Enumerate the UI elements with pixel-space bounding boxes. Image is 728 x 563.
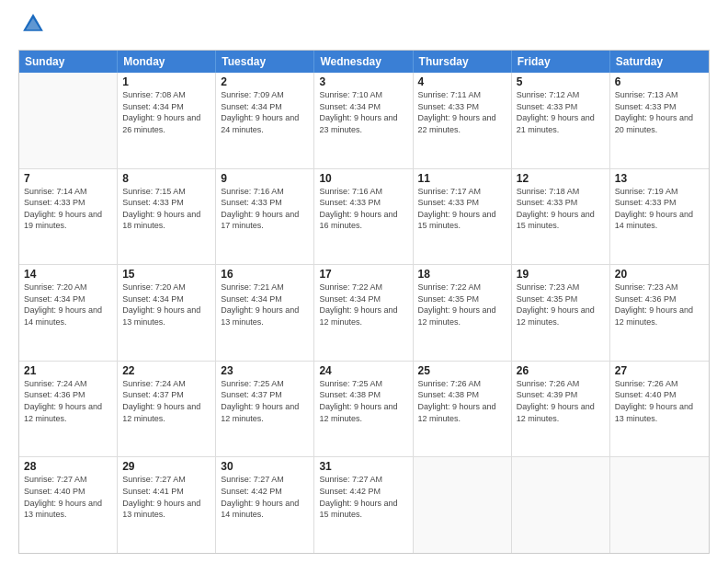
calendar-cell: 9Sunrise: 7:16 AMSunset: 4:33 PMDaylight…	[216, 169, 314, 265]
day-number: 1	[122, 75, 210, 88]
calendar-cell: 17Sunrise: 7:22 AMSunset: 4:34 PMDayligh…	[314, 265, 413, 361]
calendar-cell: 30Sunrise: 7:27 AMSunset: 4:42 PMDayligh…	[216, 457, 314, 553]
cell-info: Sunrise: 7:19 AMSunset: 4:33 PMDaylight:…	[615, 186, 704, 232]
calendar-cell	[610, 457, 709, 553]
cell-info: Sunrise: 7:16 AMSunset: 4:33 PMDaylight:…	[319, 186, 407, 232]
logo-icon	[20, 11, 46, 37]
cell-info: Sunrise: 7:23 AMSunset: 4:36 PMDaylight:…	[615, 282, 704, 327]
header	[18, 15, 710, 40]
calendar-row-4: 28Sunrise: 7:27 AMSunset: 4:40 PMDayligh…	[19, 456, 709, 553]
cell-info: Sunrise: 7:15 AMSunset: 4:33 PMDaylight:…	[122, 186, 210, 232]
cell-info: Sunrise: 7:20 AMSunset: 4:34 PMDaylight:…	[24, 282, 112, 327]
cell-info: Sunrise: 7:27 AMSunset: 4:42 PMDaylight:…	[319, 474, 407, 520]
day-number: 10	[319, 172, 407, 185]
day-number: 20	[615, 268, 704, 281]
cell-info: Sunrise: 7:26 AMSunset: 4:38 PMDaylight:…	[418, 378, 506, 424]
day-number: 14	[24, 268, 112, 281]
calendar-cell	[19, 73, 118, 168]
calendar-cell: 3Sunrise: 7:10 AMSunset: 4:34 PMDaylight…	[314, 73, 413, 168]
cell-info: Sunrise: 7:26 AMSunset: 4:40 PMDaylight:…	[615, 378, 704, 424]
calendar-cell: 21Sunrise: 7:24 AMSunset: 4:36 PMDayligh…	[19, 362, 118, 457]
cell-info: Sunrise: 7:09 AMSunset: 4:34 PMDaylight:…	[221, 89, 309, 135]
cell-info: Sunrise: 7:10 AMSunset: 4:34 PMDaylight:…	[319, 89, 407, 135]
cell-info: Sunrise: 7:12 AMSunset: 4:33 PMDaylight:…	[517, 89, 605, 135]
calendar-row-2: 14Sunrise: 7:20 AMSunset: 4:34 PMDayligh…	[19, 264, 709, 361]
calendar-cell: 23Sunrise: 7:25 AMSunset: 4:37 PMDayligh…	[216, 362, 314, 457]
calendar-row-3: 21Sunrise: 7:24 AMSunset: 4:36 PMDayligh…	[19, 361, 709, 457]
calendar-cell: 31Sunrise: 7:27 AMSunset: 4:42 PMDayligh…	[314, 457, 413, 553]
calendar-cell: 5Sunrise: 7:12 AMSunset: 4:33 PMDaylight…	[512, 73, 610, 168]
day-number: 4	[418, 75, 506, 88]
day-number: 2	[221, 75, 309, 88]
calendar-cell: 22Sunrise: 7:24 AMSunset: 4:37 PMDayligh…	[118, 362, 216, 457]
calendar-cell: 28Sunrise: 7:27 AMSunset: 4:40 PMDayligh…	[19, 457, 118, 553]
calendar-cell: 29Sunrise: 7:27 AMSunset: 4:41 PMDayligh…	[118, 457, 216, 553]
cell-info: Sunrise: 7:22 AMSunset: 4:34 PMDaylight:…	[319, 282, 407, 327]
calendar-cell: 4Sunrise: 7:11 AMSunset: 4:33 PMDaylight…	[414, 73, 512, 168]
cell-info: Sunrise: 7:27 AMSunset: 4:40 PMDaylight:…	[24, 474, 112, 520]
cell-info: Sunrise: 7:17 AMSunset: 4:33 PMDaylight:…	[418, 186, 506, 232]
day-number: 19	[517, 268, 605, 281]
day-number: 29	[122, 460, 210, 473]
calendar-cell	[512, 457, 610, 553]
cell-info: Sunrise: 7:13 AMSunset: 4:33 PMDaylight:…	[615, 89, 704, 135]
day-number: 25	[418, 364, 506, 377]
calendar-cell: 8Sunrise: 7:15 AMSunset: 4:33 PMDaylight…	[118, 169, 216, 265]
page: SundayMondayTuesdayWednesdayThursdayFrid…	[0, 0, 728, 563]
cell-info: Sunrise: 7:21 AMSunset: 4:34 PMDaylight:…	[221, 282, 309, 327]
day-number: 18	[418, 268, 506, 281]
calendar-header: SundayMondayTuesdayWednesdayThursdayFrid…	[19, 51, 709, 73]
cell-info: Sunrise: 7:20 AMSunset: 4:34 PMDaylight:…	[122, 282, 210, 327]
cell-info: Sunrise: 7:23 AMSunset: 4:35 PMDaylight:…	[517, 282, 605, 327]
day-number: 3	[319, 75, 407, 88]
cell-info: Sunrise: 7:18 AMSunset: 4:33 PMDaylight:…	[517, 186, 605, 232]
calendar-body: 1Sunrise: 7:08 AMSunset: 4:34 PMDaylight…	[19, 73, 709, 553]
calendar: SundayMondayTuesdayWednesdayThursdayFrid…	[18, 50, 710, 554]
calendar-cell: 10Sunrise: 7:16 AMSunset: 4:33 PMDayligh…	[314, 169, 413, 265]
calendar-cell: 6Sunrise: 7:13 AMSunset: 4:33 PMDaylight…	[610, 73, 709, 168]
cell-info: Sunrise: 7:14 AMSunset: 4:33 PMDaylight:…	[24, 186, 112, 232]
day-number: 28	[24, 460, 112, 473]
calendar-cell: 13Sunrise: 7:19 AMSunset: 4:33 PMDayligh…	[610, 169, 709, 265]
cell-info: Sunrise: 7:08 AMSunset: 4:34 PMDaylight:…	[122, 89, 210, 135]
day-number: 22	[122, 364, 210, 377]
cell-info: Sunrise: 7:24 AMSunset: 4:37 PMDaylight:…	[122, 378, 210, 424]
cell-info: Sunrise: 7:24 AMSunset: 4:36 PMDaylight:…	[24, 378, 112, 424]
day-number: 8	[122, 172, 210, 185]
calendar-cell: 27Sunrise: 7:26 AMSunset: 4:40 PMDayligh…	[610, 362, 709, 457]
calendar-cell: 15Sunrise: 7:20 AMSunset: 4:34 PMDayligh…	[118, 265, 216, 361]
cell-info: Sunrise: 7:22 AMSunset: 4:35 PMDaylight:…	[418, 282, 506, 327]
day-number: 12	[517, 172, 605, 185]
cell-info: Sunrise: 7:25 AMSunset: 4:37 PMDaylight:…	[221, 378, 309, 424]
calendar-cell: 19Sunrise: 7:23 AMSunset: 4:35 PMDayligh…	[512, 265, 610, 361]
calendar-row-1: 7Sunrise: 7:14 AMSunset: 4:33 PMDaylight…	[19, 168, 709, 265]
calendar-cell: 2Sunrise: 7:09 AMSunset: 4:34 PMDaylight…	[216, 73, 314, 168]
cell-info: Sunrise: 7:27 AMSunset: 4:41 PMDaylight:…	[122, 474, 210, 520]
day-number: 23	[221, 364, 309, 377]
calendar-cell: 20Sunrise: 7:23 AMSunset: 4:36 PMDayligh…	[610, 265, 709, 361]
calendar-cell: 11Sunrise: 7:17 AMSunset: 4:33 PMDayligh…	[414, 169, 512, 265]
calendar-cell: 25Sunrise: 7:26 AMSunset: 4:38 PMDayligh…	[414, 362, 512, 457]
day-number: 21	[24, 364, 112, 377]
calendar-cell: 16Sunrise: 7:21 AMSunset: 4:34 PMDayligh…	[216, 265, 314, 361]
header-cell-wednesday: Wednesday	[314, 51, 413, 73]
day-number: 5	[517, 75, 605, 88]
calendar-cell: 1Sunrise: 7:08 AMSunset: 4:34 PMDaylight…	[118, 73, 216, 168]
cell-info: Sunrise: 7:25 AMSunset: 4:38 PMDaylight:…	[319, 378, 407, 424]
day-number: 26	[517, 364, 605, 377]
calendar-cell: 14Sunrise: 7:20 AMSunset: 4:34 PMDayligh…	[19, 265, 118, 361]
header-cell-sunday: Sunday	[19, 51, 118, 73]
day-number: 31	[319, 460, 407, 473]
day-number: 27	[615, 364, 704, 377]
day-number: 9	[221, 172, 309, 185]
day-number: 11	[418, 172, 506, 185]
day-number: 17	[319, 268, 407, 281]
calendar-cell: 26Sunrise: 7:26 AMSunset: 4:39 PMDayligh…	[512, 362, 610, 457]
calendar-cell: 12Sunrise: 7:18 AMSunset: 4:33 PMDayligh…	[512, 169, 610, 265]
cell-info: Sunrise: 7:16 AMSunset: 4:33 PMDaylight:…	[221, 186, 309, 232]
cell-info: Sunrise: 7:26 AMSunset: 4:39 PMDaylight:…	[517, 378, 605, 424]
header-cell-friday: Friday	[512, 51, 610, 73]
day-number: 7	[24, 172, 112, 185]
cell-info: Sunrise: 7:27 AMSunset: 4:42 PMDaylight:…	[221, 474, 309, 520]
calendar-cell	[414, 457, 512, 553]
